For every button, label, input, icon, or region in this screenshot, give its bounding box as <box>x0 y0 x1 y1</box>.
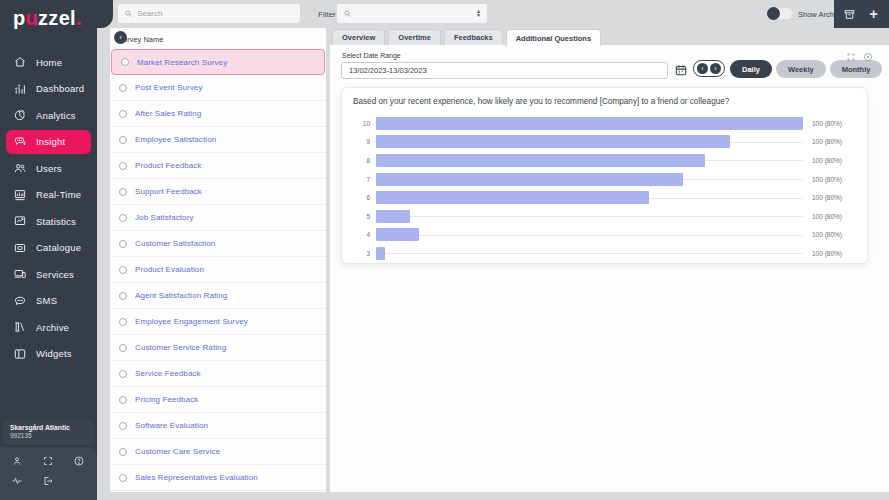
survey-row[interactable]: Sales Representatives Evaluation <box>110 465 326 491</box>
users-icon <box>13 161 27 175</box>
close-circle-icon[interactable] <box>863 52 873 62</box>
sidebar-item-analytics[interactable]: Analytics <box>0 102 97 129</box>
bar[interactable] <box>376 247 385 260</box>
logo-letters: zzel <box>38 7 76 29</box>
tab-feedbacks[interactable]: Feedbacks <box>444 29 503 45</box>
sidebar-item-catalogue[interactable]: Catalogue <box>0 235 97 262</box>
survey-row[interactable]: Job Satisfactory <box>110 205 326 231</box>
radio-icon[interactable] <box>119 318 127 326</box>
sidebar-item-services[interactable]: Services <box>0 261 97 288</box>
collapse-sidebar-button[interactable]: ‹ <box>114 31 127 44</box>
survey-name: Product Evaluation <box>135 265 204 274</box>
survey-row[interactable]: Customer Service Rating <box>110 335 326 361</box>
sidebar-item-statistics[interactable]: Statistics <box>0 208 97 235</box>
radio-icon[interactable] <box>119 474 127 482</box>
search-input[interactable] <box>137 9 300 18</box>
sidebar-item-archive[interactable]: Archive <box>0 314 97 341</box>
survey-name: Software Evaluation <box>135 421 208 430</box>
daily-button[interactable]: Daily <box>730 60 772 78</box>
next-period-button[interactable]: › <box>710 63 721 74</box>
radio-icon[interactable] <box>119 110 127 118</box>
survey-row[interactable]: Customer Care Service <box>110 439 326 465</box>
filter-select[interactable]: ▲▼ <box>337 4 487 23</box>
survey-row[interactable]: Employee Engagement Survey <box>110 309 326 335</box>
radio-icon[interactable] <box>119 396 127 404</box>
radio-icon[interactable] <box>119 214 127 222</box>
bar[interactable] <box>376 154 705 167</box>
sidebar-item-insight[interactable]: Insight <box>6 130 91 154</box>
main-tabs: Overview Overtime Feedbacks Additional Q… <box>332 29 601 46</box>
survey-row-selected[interactable]: Market Research Survey <box>111 49 325 75</box>
sidebar-item-sms[interactable]: SMS <box>0 288 97 315</box>
radio-icon[interactable] <box>119 370 127 378</box>
sidebar-item-home[interactable]: Home <box>0 49 97 76</box>
radio-icon[interactable] <box>119 422 127 430</box>
filter-label: Filter <box>318 10 336 19</box>
tab-overtime[interactable]: Overtime <box>388 29 441 45</box>
survey-row[interactable]: Agent Satisfaction Rating <box>110 283 326 309</box>
archive-box-icon[interactable] <box>843 8 856 21</box>
sidebar-item-label: Dashboard <box>36 83 84 94</box>
sidebar-item-users[interactable]: Users <box>0 155 97 182</box>
radio-icon[interactable] <box>119 162 127 170</box>
weekly-button[interactable]: Weekly <box>776 60 826 78</box>
toggle-track <box>768 8 792 19</box>
value-label: 100 (80%) <box>803 157 857 164</box>
search-box <box>118 4 300 23</box>
radio-icon[interactable] <box>119 292 127 300</box>
analytics-icon <box>13 108 27 122</box>
survey-row[interactable]: Product Feedback <box>110 153 326 179</box>
sidebar-item-dashboard[interactable]: Dashboard <box>0 76 97 103</box>
search-icon <box>343 9 352 18</box>
bar[interactable] <box>376 135 730 148</box>
survey-row[interactable]: Pricing Feedback <box>110 387 326 413</box>
tab-overview[interactable]: Overview <box>332 29 385 45</box>
bar[interactable] <box>376 173 683 186</box>
logout-icon[interactable] <box>42 475 54 487</box>
survey-row[interactable]: Support Feedback <box>110 179 326 205</box>
monthly-button[interactable]: Monthly <box>830 60 883 78</box>
date-range-input[interactable] <box>341 62 668 79</box>
help-icon[interactable] <box>73 455 85 467</box>
radio-icon[interactable] <box>119 448 127 456</box>
radio-icon[interactable] <box>119 188 127 196</box>
survey-row[interactable]: After Sales Rating <box>110 101 326 127</box>
survey-row[interactable]: Software Evaluation <box>110 413 326 439</box>
radio-icon[interactable] <box>119 136 127 144</box>
fullscreen-icon[interactable] <box>42 455 54 467</box>
bar[interactable] <box>376 210 410 223</box>
activity-icon[interactable] <box>11 475 23 487</box>
radio-icon[interactable] <box>119 84 127 92</box>
tab-additional-questions[interactable]: Additional Questions <box>506 29 601 46</box>
radio-icon[interactable] <box>119 344 127 352</box>
survey-row[interactable]: Employee Satisfaction <box>110 127 326 153</box>
survey-name: Employee Engagement Survey <box>135 317 248 326</box>
bar-track <box>376 117 803 130</box>
radio-icon[interactable] <box>121 58 129 66</box>
survey-row[interactable]: Service Feedback <box>110 361 326 387</box>
bar-track <box>376 154 803 167</box>
survey-row[interactable]: Customer Satisfaction <box>110 231 326 257</box>
radio-icon[interactable] <box>119 240 127 248</box>
sidebar-item-label: Home <box>36 57 62 68</box>
expand-icon[interactable] <box>846 52 856 62</box>
bar[interactable] <box>376 228 419 241</box>
calendar-icon[interactable] <box>674 63 688 77</box>
bar[interactable] <box>376 117 803 130</box>
archive-icon <box>13 320 27 334</box>
radio-icon[interactable] <box>119 266 127 274</box>
prev-period-button[interactable]: ‹ <box>697 63 708 74</box>
show-archived-toggle[interactable] <box>768 8 792 19</box>
bar[interactable] <box>376 191 649 204</box>
profile-icon[interactable] <box>11 455 23 467</box>
survey-row[interactable]: Product Evaluation <box>110 257 326 283</box>
survey-row[interactable]: Post Event Survey <box>110 75 326 101</box>
sidebar-item-label: Archive <box>36 322 69 333</box>
value-label: 100 (80%) <box>803 250 857 257</box>
sidebar-item-label: Users <box>36 163 62 174</box>
category-label: 5 <box>352 213 370 220</box>
sidebar-item-real-time[interactable]: Real-Time <box>0 182 97 209</box>
add-button[interactable]: + <box>867 8 880 21</box>
sidebar-item-widgets[interactable]: Widgets <box>0 341 97 368</box>
bar-track <box>376 173 803 186</box>
